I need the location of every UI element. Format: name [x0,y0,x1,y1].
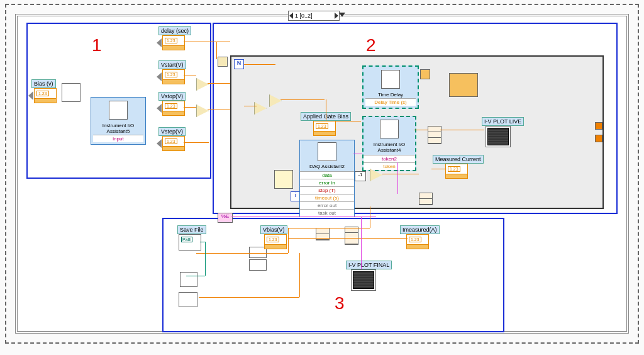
arrow-left-icon[interactable] [289,13,293,19]
instrument-io-assistant4[interactable]: Instrument I/O Assistant4 token2 token [362,116,416,171]
daq2-error-out: error out [300,201,354,209]
applied-gate-bias-indicator [313,121,336,136]
property-node [274,170,293,189]
multiply-op [254,102,267,115]
time-delay-title: Time Delay [365,91,416,98]
path-type-label: Path [181,237,192,242]
add-op [269,94,282,107]
io4-token2: token2 [364,155,415,162]
hourglass-icon [381,70,400,89]
tunnel-v-out [595,122,602,130]
imeasured-label: Imeasured(A) [400,225,440,234]
io4-token: token [364,162,415,170]
coercion-node [62,83,80,102]
time-delay-term: Delay Time (s) [365,98,416,106]
iv-plot-final-indicator [351,269,376,291]
graph-icon [487,128,509,145]
save-file-label: Save File [177,225,206,234]
daq2-title: DAQ Assistant2 [301,163,353,170]
bundle-node [345,227,358,245]
vstart-label: Vstart(V) [158,60,186,69]
daq2-timeout: timeout (s) [300,194,354,201]
instrument-icon [380,120,399,138]
vstop-control[interactable] [162,101,185,116]
delay-label: delay (sec) [158,26,191,35]
bias-control[interactable] [34,88,57,103]
io4-title: Instrument I/O Assistant4 [365,141,414,154]
vstop-label: Vstop(V) [158,92,186,101]
instrument-io-assistant5[interactable]: Instrument I/O Assistant5 input [91,97,146,145]
region-2-label: 2 [366,35,376,55]
delay-control[interactable] [162,35,185,50]
vbias-label: Vbias(V) [260,225,287,234]
io5-input-terminal: input [93,135,143,142]
measured-current-label: Measured Current [433,155,484,164]
shift-register-init [449,73,478,97]
imeasured-indicator [406,234,429,249]
region-3-label: 3 [335,293,345,313]
iv-plot-live-label: I-V PLOT LIVE [482,117,524,126]
iv-plot-live-indicator [486,126,511,147]
round-to-int-icon [218,57,228,67]
vstep-label: Vstep(V) [158,127,186,136]
build-array-vi [316,228,330,240]
vbias-indicator [264,234,287,249]
build-array-node [180,272,197,287]
measured-current-indicator [445,164,468,179]
shift-register-left-icon [420,69,430,79]
daq-icon [318,142,336,161]
write-spreadsheet-node [179,292,197,307]
outer-structure: 1 [0..2] 1 Bias (v) Instrument I/O Assis… [15,14,629,334]
for-loop: N i Applied Gate Bias DAQ Assistant2 dat… [230,55,604,209]
build-array-1 [428,126,441,144]
sequence-index-label: 1 [0..2] [295,13,313,19]
daq2-task-out: task out [300,209,354,217]
constant-neg1: -1 [355,171,366,181]
bias-label: Bias (v) [31,79,56,88]
format-string-constant: %E [218,213,233,223]
daq2-stop: stop (T) [300,186,354,194]
daq2-error-in: error in [300,179,354,186]
daq2-data: data [300,171,354,179]
graph-icon [353,271,374,289]
chevron-down-icon[interactable] [339,13,345,17]
instrument-icon [109,101,128,120]
array-size-node [249,259,267,271]
time-delay[interactable]: Time Delay Delay Time (s) [362,65,419,109]
flat-sequence-frame: 1 [0..2] 1 Bias (v) Instrument I/O Assis… [5,4,639,344]
sequence-frame-selector[interactable]: 1 [0..2] [288,11,340,21]
region-3 [162,218,504,332]
save-file-path-control[interactable]: Path [179,234,201,251]
io5-title: Instrument I/O Assistant5 [93,122,143,135]
vstart-control[interactable] [162,69,185,84]
daq-assistant2[interactable]: DAQ Assistant2 data error in stop (T) ti… [299,140,355,217]
iv-plot-final-label: I-V PLOT FINAL [346,261,392,269]
region-1-label: 1 [92,35,102,55]
tunnel-i-out [595,135,602,142]
loop-count-terminal: N [234,59,244,69]
build-array-2 [419,193,433,205]
arrow-right-icon[interactable] [335,13,338,19]
vstep-control[interactable] [162,136,185,151]
labview-block-diagram: 1 [0..2] 1 Bias (v) Instrument I/O Assis… [0,0,644,355]
